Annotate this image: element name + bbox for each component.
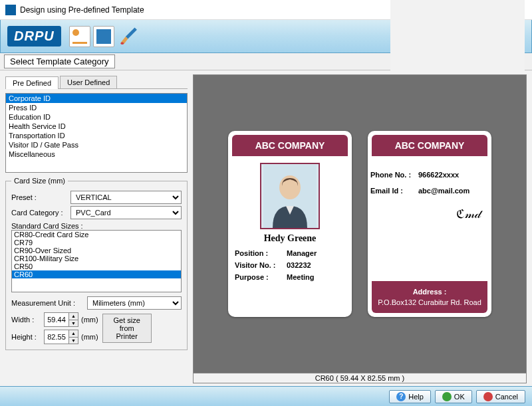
phone-label: Phone No. : xyxy=(370,171,418,179)
email-value: abc@mail.com xyxy=(418,187,469,195)
preview-area: ABC COMPANY Hedy Greene Position :Manage… xyxy=(193,70,532,386)
tab-userdefined[interactable]: User Defined xyxy=(60,76,117,88)
height-spinner[interactable]: ▲▼ xyxy=(44,330,78,344)
cancel-button[interactable]: Cancel xyxy=(476,390,525,403)
card-category-select[interactable]: PVC_Card xyxy=(70,206,182,219)
list-item[interactable]: Visitor ID / Gate Pass xyxy=(6,140,187,150)
preset-label: Preset : xyxy=(11,193,68,201)
brush-icon xyxy=(117,25,141,49)
canvas: ABC COMPANY Hedy Greene Position :Manage… xyxy=(193,74,527,373)
list-item[interactable]: Transportation ID xyxy=(6,131,187,140)
app-icon xyxy=(5,5,16,15)
header-icons xyxy=(69,26,114,47)
width-spinner[interactable]: ▲▼ xyxy=(44,312,78,327)
sizes-list[interactable]: CR80-Credit Card Size CR79 CR90-Over Siz… xyxy=(11,230,182,292)
position-label: Position : xyxy=(235,249,287,257)
card-category-label: Card Category : xyxy=(11,209,68,217)
help-icon: ? xyxy=(396,392,406,401)
template-tabs: Pre Defined User Defined xyxy=(5,76,188,89)
id-card-icon-1 xyxy=(69,26,90,47)
svg-point-0 xyxy=(120,42,124,44)
spin-down[interactable]: ▼ xyxy=(68,338,78,344)
card-size-legend: Card Size (mm) xyxy=(11,177,68,185)
card-company-back: ABC COMPANY xyxy=(372,135,487,156)
address-label: Address : xyxy=(377,288,482,296)
sizes-label: Standard Card Sizes : xyxy=(11,222,182,230)
height-input[interactable] xyxy=(45,330,68,344)
id-card-icon-2 xyxy=(93,26,114,47)
list-item[interactable]: CR80-Credit Card Size xyxy=(12,231,181,239)
unit-label: Measurement Unit : xyxy=(11,299,84,307)
list-item[interactable]: Education ID xyxy=(6,112,187,122)
header-bar: DRPU DRPU ID Card Designer Corporate Edi… xyxy=(0,20,532,53)
photo-placeholder xyxy=(260,163,320,229)
unit-suffix: (mm) xyxy=(81,333,98,341)
position-value: Manager xyxy=(287,249,317,257)
height-label: Height : xyxy=(11,333,41,341)
card-company: ABC COMPANY xyxy=(232,135,348,156)
card-front: ABC COMPANY Hedy Greene Position :Manage… xyxy=(228,131,352,317)
list-item[interactable]: CR50 xyxy=(12,262,181,270)
template-list[interactable]: Corporate ID Press ID Education ID Healt… xyxy=(5,93,188,173)
signature: ℭ𝓂𝒹 xyxy=(370,207,481,221)
logo: DRPU xyxy=(7,26,61,47)
card-name: Hedy Greene xyxy=(235,233,345,244)
unit-suffix: (mm) xyxy=(81,316,98,324)
phone-value: 966622xxxx xyxy=(418,171,459,179)
purpose-value: Meeting xyxy=(287,273,315,281)
tab-predefined[interactable]: Pre Defined xyxy=(5,76,59,89)
left-panel: Pre Defined User Defined Corporate ID Pr… xyxy=(0,70,193,386)
help-button[interactable]: ?Help xyxy=(389,390,431,403)
footer: ?Help OK Cancel xyxy=(0,386,532,406)
preset-select[interactable]: VERTICAL xyxy=(70,191,182,204)
list-item[interactable]: CR60 xyxy=(12,270,181,278)
ok-icon xyxy=(442,392,452,401)
unit-select[interactable]: Milimeters (mm) xyxy=(87,296,182,310)
address-footer: Address : P.O.Box132 Curabitur Rd. Road xyxy=(372,281,487,313)
list-item[interactable]: Miscellaneous xyxy=(6,150,187,159)
width-label: Width : xyxy=(11,316,41,324)
list-item[interactable]: CR90-Over Sized xyxy=(12,247,181,254)
card-back: ABC COMPANY Phone No. :966622xxxx Email … xyxy=(368,131,491,317)
email-label: Email Id : xyxy=(370,187,418,195)
category-label: Select Template Category xyxy=(4,54,115,68)
canvas-status: CR60 ( 59.44 X 82.55 mm ) xyxy=(193,373,527,383)
list-item[interactable]: Corporate ID xyxy=(6,94,187,103)
visitor-label: Visitor No. : xyxy=(235,261,287,269)
purpose-label: Purpose : xyxy=(235,273,287,281)
spin-down[interactable]: ▼ xyxy=(68,320,78,327)
spin-up[interactable]: ▲ xyxy=(68,330,78,338)
list-item[interactable]: CR79 xyxy=(12,239,181,247)
spin-up[interactable]: ▲ xyxy=(68,313,78,320)
card-size-fieldset: Card Size (mm) Preset : VERTICAL Card Ca… xyxy=(5,177,188,350)
address-value: P.O.Box132 Curabitur Rd. Road xyxy=(377,298,482,306)
width-input[interactable] xyxy=(45,313,68,326)
list-item[interactable]: Health Service ID xyxy=(6,122,187,131)
ok-button[interactable]: OK xyxy=(435,390,472,403)
visitor-value: 032232 xyxy=(287,261,311,269)
window-title: Design using Pre-defined Template xyxy=(20,5,144,15)
list-item[interactable]: Press ID xyxy=(6,103,187,112)
printer-size-button[interactable]: Get size from Printer xyxy=(102,314,152,343)
list-item[interactable]: CR100-Military Size xyxy=(12,254,181,262)
cancel-icon xyxy=(483,392,493,401)
